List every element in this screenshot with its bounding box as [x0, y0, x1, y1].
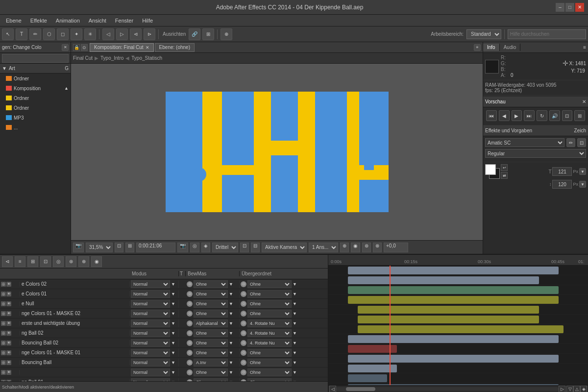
- comp-mask-btn[interactable]: ◎: [190, 243, 199, 252]
- parent-select[interactable]: Ohne: [247, 290, 292, 298]
- layer-row[interactable]: ◎ 👁 nge Colors 01 - MASKE 02 Normal ▼ ⊙ …: [0, 309, 328, 318]
- layer-mode-select[interactable]: Normal: [131, 310, 170, 318]
- track-bar[interactable]: [358, 325, 564, 333]
- track-bar[interactable]: [348, 384, 559, 385]
- bewmas-select[interactable]: Ohne: [194, 368, 228, 376]
- project-search-input[interactable]: [2, 54, 69, 63]
- info-menu-btn[interactable]: ≡: [581, 45, 588, 50]
- info-tab-info[interactable]: Info: [483, 44, 500, 51]
- font-size2-input[interactable]: [552, 180, 572, 189]
- parent-circle[interactable]: ⊙: [241, 311, 246, 317]
- preview-loop-btn[interactable]: ↻: [537, 110, 547, 121]
- project-item-mp3[interactable]: MP3: [0, 113, 71, 122]
- track-bar[interactable]: [348, 374, 387, 382]
- preview-audio-btn[interactable]: 🔊: [549, 110, 560, 121]
- font-size-dropdown-icon[interactable]: ▼: [579, 168, 586, 175]
- bewmas-circle[interactable]: ⊙: [187, 311, 193, 317]
- zoom-in-btn[interactable]: △: [573, 386, 580, 392]
- tl-btn5[interactable]: ◎: [53, 256, 64, 267]
- track-bar[interactable]: [348, 276, 539, 284]
- minimize-button[interactable]: –: [556, 3, 564, 12]
- layer-row[interactable]: ◎ 👁 erste und wichtigste übung Normal ▼ …: [0, 318, 328, 328]
- bewmas-select[interactable]: Ohne: [194, 329, 228, 337]
- layer-row[interactable]: ◎ 👁 Bouncing Ball 02 Normal ▼ ⊙ Ohne ▼ ⊙: [0, 338, 328, 348]
- parent-select[interactable]: 4. Rotate Nu: [247, 329, 292, 337]
- menu-animation[interactable]: Animation: [52, 17, 84, 24]
- parent-circle[interactable]: ⊙: [241, 281, 246, 287]
- layer-row[interactable]: ◎ 👁 Bouncing Ball Normal ▼ ⊙ A.Inv ▼ ⊙: [0, 358, 328, 368]
- bewmas-circle[interactable]: ⊙: [187, 350, 193, 356]
- parent-circle[interactable]: ⊙: [241, 320, 246, 326]
- layer-solo-icon[interactable]: ◎: [1, 311, 6, 316]
- comp-view-select[interactable]: 1 Ans...: [309, 243, 338, 252]
- bewmas-circle[interactable]: ⊙: [187, 330, 193, 336]
- comp-tab-ebene[interactable]: Ebene: (ohne): [155, 43, 195, 52]
- layer-mode-select[interactable]: Normal: [131, 359, 170, 367]
- scroll-thumb[interactable]: [346, 387, 375, 391]
- scroll-right-btn[interactable]: ▷: [559, 386, 565, 392]
- project-item-ordner2[interactable]: Ordner: [0, 93, 71, 103]
- menu-ansicht[interactable]: Ansicht: [85, 17, 110, 24]
- tl-btn4[interactable]: ⊡: [40, 256, 51, 267]
- layer-visible-icon[interactable]: 👁: [6, 292, 11, 296]
- layer-solo-icon[interactable]: ◎: [1, 331, 6, 336]
- tool-brush[interactable]: ✏: [29, 28, 41, 40]
- effects-btn[interactable]: Zeich: [574, 128, 586, 133]
- parent-circle[interactable]: ⊙: [241, 330, 246, 336]
- tool-align2[interactable]: ▷: [116, 28, 128, 40]
- bewmas-select[interactable]: Ohne: [194, 310, 228, 318]
- comp-tab-finalcut[interactable]: Komposition: Final Cut ✕: [90, 43, 154, 52]
- track-bar[interactable]: [348, 286, 559, 294]
- maximize-button[interactable]: □: [565, 3, 574, 12]
- parent-select[interactable]: Ohne: [247, 300, 292, 308]
- layer-visible-icon[interactable]: 👁: [6, 360, 11, 365]
- layer-visible-icon[interactable]: 👁: [6, 331, 11, 336]
- layer-solo-icon[interactable]: ◎: [1, 341, 6, 345]
- bewmas-select[interactable]: Ohne: [194, 349, 228, 357]
- info-tab-audio[interactable]: Audio: [500, 44, 521, 51]
- comp-tab-close[interactable]: ✕: [146, 45, 149, 50]
- bewmas-select[interactable]: Ohne: [194, 280, 228, 288]
- font-style-select[interactable]: Regular: [485, 149, 586, 158]
- tool-selection[interactable]: ↖: [2, 28, 14, 40]
- tool-align1[interactable]: ◁: [102, 28, 114, 40]
- swatch-swap-icon[interactable]: ⇄: [501, 172, 508, 179]
- bewmas-select[interactable]: Alphakanal: [194, 319, 228, 327]
- comp-cam-btn[interactable]: 📷: [177, 243, 188, 252]
- bewmas-circle[interactable]: ⊙: [187, 360, 193, 366]
- layer-visible-icon[interactable]: 👁: [6, 341, 11, 345]
- tool-puppet[interactable]: ✦: [71, 28, 82, 40]
- project-item-more[interactable]: ...: [0, 122, 71, 132]
- track-bar[interactable]: [358, 306, 539, 314]
- swatch-front[interactable]: [485, 164, 496, 175]
- layer-solo-icon[interactable]: ◎: [1, 292, 6, 296]
- zoom-out-btn[interactable]: ▽: [566, 386, 573, 392]
- parent-select[interactable]: Ohne: [247, 310, 292, 318]
- tool-extra[interactable]: ✳: [84, 28, 96, 40]
- menu-hilfe[interactable]: Hilfe: [138, 17, 157, 24]
- layer-visible-icon[interactable]: 👁: [6, 311, 11, 316]
- tool-stamp[interactable]: ⬡: [43, 28, 55, 40]
- font-size-input[interactable]: [552, 167, 572, 176]
- tl-btn8[interactable]: ◉: [91, 256, 102, 267]
- layer-mode-select[interactable]: Normal: [131, 319, 170, 327]
- comp-solo-icon[interactable]: ⊙: [81, 44, 88, 51]
- preview-icon1[interactable]: ⊡: [562, 110, 573, 121]
- bewmas-select[interactable]: A.Inv: [194, 359, 228, 367]
- parent-select[interactable]: 4. Rotate Nu: [247, 319, 292, 327]
- comp-snapshot-btn[interactable]: 📷: [73, 243, 84, 252]
- project-item-ordner1[interactable]: Ordner: [0, 74, 71, 83]
- comp-resize-btn[interactable]: ⊡: [115, 243, 123, 252]
- zoom-fit-btn[interactable]: ◈: [580, 386, 587, 392]
- layer-visible-icon[interactable]: 👁: [6, 370, 11, 375]
- menu-fenster[interactable]: Fenster: [111, 17, 137, 24]
- comp-fit-btn[interactable]: ⊞: [125, 243, 134, 252]
- comp-lock-icon[interactable]: 🔒: [73, 44, 80, 51]
- comp-icon2[interactable]: ⊟: [251, 243, 260, 252]
- layer-row[interactable]: ◎ 👁 e Null Normal ▼ ⊙ Ohne ▼ ⊙: [0, 299, 328, 309]
- comp-icon4[interactable]: ⊛: [362, 243, 371, 252]
- bewmas-circle[interactable]: ⊙: [187, 320, 193, 326]
- track-bar[interactable]: [348, 267, 559, 274]
- comp-zoom-select[interactable]: 31,5%: [86, 243, 113, 252]
- breadcrumb-typostatisch[interactable]: Typo_Statisch: [131, 55, 162, 61]
